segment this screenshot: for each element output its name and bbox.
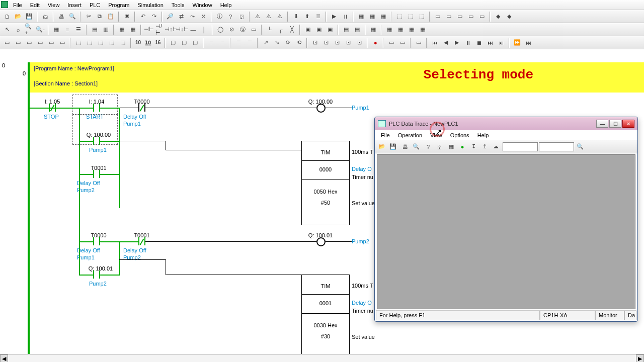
t5-icon[interactable]: ⊡ xyxy=(354,38,364,48)
r6-icon[interactable]: ▭ xyxy=(57,38,67,48)
child-menu-help[interactable]: Help xyxy=(474,131,492,139)
tbl3-icon[interactable]: ▦ xyxy=(395,25,406,35)
help-icon[interactable]: ? xyxy=(225,12,235,22)
transfer-from-icon[interactable]: ⬆ xyxy=(302,12,312,22)
grid-icon[interactable]: ▦ xyxy=(51,25,61,35)
tim-box-1[interactable]: TIM 0000 0050 Hex #50 xyxy=(301,141,350,225)
prev-icon[interactable]: ◀ xyxy=(441,38,451,48)
data-trace-window[interactable]: PLC Data Trace - NewPLC1 — ☐ ✕ File Oper… xyxy=(374,117,638,322)
new-icon[interactable]: 🗋 xyxy=(2,12,12,22)
maximize-button[interactable]: ☐ xyxy=(609,120,621,128)
findnext-icon[interactable]: ⤳ xyxy=(187,12,197,22)
s3-icon[interactable]: ▢ xyxy=(190,38,200,48)
info-icon[interactable]: ⓘ xyxy=(214,12,224,22)
coil-set-icon[interactable]: Ⓢ xyxy=(237,25,248,35)
zoom-in-icon[interactable]: 🔍+ xyxy=(24,25,34,35)
coil-inv-icon[interactable]: ⊘ xyxy=(226,25,236,35)
zoom-out-icon[interactable]: 🔍- xyxy=(35,25,45,35)
contact-no-icon[interactable]: ⊣⊢ xyxy=(144,25,154,35)
r10-icon[interactable]: ⬚ xyxy=(107,38,117,48)
r1-icon[interactable]: ▭ xyxy=(2,38,12,48)
print-icon[interactable]: 🖶 xyxy=(56,12,66,22)
tb-c-icon[interactable]: ▦ xyxy=(378,12,388,22)
s4-icon[interactable]: ≡ xyxy=(206,38,216,48)
menu-simulation[interactable]: Simulation xyxy=(133,1,167,9)
s11-icon[interactable]: ⟲ xyxy=(294,38,304,48)
tbl1-icon[interactable]: ▦ xyxy=(368,25,378,35)
u3-icon[interactable]: ▭ xyxy=(414,38,424,48)
s10-icon[interactable]: ⟳ xyxy=(283,38,293,48)
close-button[interactable]: ✕ xyxy=(622,120,634,128)
vline-icon[interactable]: │ xyxy=(199,25,209,35)
child-search-icon[interactable]: 🔍 xyxy=(575,142,585,152)
undo-icon[interactable]: ↶ xyxy=(138,12,148,22)
hline-icon[interactable]: — xyxy=(188,25,198,35)
child-config-icon[interactable]: ▦ xyxy=(446,142,456,152)
coil-pump1[interactable] xyxy=(316,104,326,113)
r7-icon[interactable]: ⬚ xyxy=(73,38,84,48)
r11-icon[interactable]: ⬚ xyxy=(118,38,128,48)
child-menu-operation[interactable]: Operation xyxy=(395,131,425,139)
child-menu-options[interactable]: Options xyxy=(447,131,472,139)
tb-d-icon[interactable]: ⬚ xyxy=(394,12,405,22)
net2-icon[interactable]: ▣ xyxy=(314,25,324,35)
r9-icon[interactable]: ⬚ xyxy=(96,38,106,48)
preview-icon[interactable]: 🔍 xyxy=(67,12,77,22)
pause2-icon[interactable]: ⏸ xyxy=(463,38,473,48)
run-icon[interactable]: ▶ xyxy=(329,12,339,22)
warn2-icon[interactable]: ⚠ xyxy=(264,12,274,22)
child-preview-icon[interactable]: 🔍 xyxy=(411,142,421,152)
t4-icon[interactable]: ⊡ xyxy=(343,38,353,48)
tbl4-icon[interactable]: ▦ xyxy=(407,25,417,35)
line-dn-icon[interactable]: ┌ xyxy=(276,25,286,35)
child-cursor2-icon[interactable]: ↥ xyxy=(479,142,490,152)
trace-canvas[interactable] xyxy=(377,154,635,309)
r5-icon[interactable]: ▭ xyxy=(46,38,56,48)
save-icon[interactable]: 💾 xyxy=(24,12,34,22)
warn3-icon[interactable]: ⚠ xyxy=(275,12,285,22)
coil-pump2[interactable] xyxy=(316,237,326,246)
menu-tools[interactable]: Tools xyxy=(168,1,189,9)
coil-icon[interactable]: ◯ xyxy=(215,25,225,35)
menu-help[interactable]: Help xyxy=(216,1,236,9)
s8-icon[interactable]: ↗ xyxy=(261,38,271,48)
s6-icon[interactable]: ≣ xyxy=(233,38,244,48)
h-scrollbar[interactable]: ◀ ▶ xyxy=(0,354,644,362)
menu-plc[interactable]: PLC xyxy=(86,1,104,9)
contact-p-icon[interactable]: ⊣↑⊢ xyxy=(166,25,176,35)
scroll-right-icon[interactable]: ▶ xyxy=(636,354,644,362)
child-menu-view[interactable]: View xyxy=(427,131,445,139)
menu-file[interactable]: File xyxy=(9,1,26,9)
tb-h-icon[interactable]: ▭ xyxy=(444,12,454,22)
ff-icon[interactable]: ⏩ xyxy=(512,38,522,48)
find-icon[interactable]: 🔎 xyxy=(165,12,175,22)
s7-icon[interactable]: ≣ xyxy=(245,38,255,48)
u2-icon[interactable]: ▭ xyxy=(397,38,408,48)
r8-icon[interactable]: ⬚ xyxy=(85,38,95,48)
radix-10s-icon[interactable]: 1̲0̲ xyxy=(143,38,152,48)
whatsthis-icon[interactable]: ⍰ xyxy=(236,12,247,22)
compare-icon[interactable]: ≣ xyxy=(313,12,323,22)
s9-icon[interactable]: ↘ xyxy=(272,38,282,48)
redo-icon[interactable]: ↷ xyxy=(149,12,159,22)
net1-icon[interactable]: ▣ xyxy=(303,25,313,35)
tb-m-icon[interactable]: ◆ xyxy=(504,12,514,22)
u1-icon[interactable]: ▭ xyxy=(386,38,396,48)
stop-icon[interactable]: ⏹ xyxy=(474,38,484,48)
findprev-icon[interactable]: ⤲ xyxy=(198,12,208,22)
net5-icon[interactable]: ▤ xyxy=(352,25,362,35)
view2-icon[interactable]: ▥ xyxy=(101,25,111,35)
first-icon[interactable]: ⏮ xyxy=(430,38,440,48)
contact-n-icon[interactable]: ⊣↓⊢ xyxy=(177,25,187,35)
child-cloud-icon[interactable]: ☁ xyxy=(491,142,501,152)
tb-a-icon[interactable]: ▦ xyxy=(356,12,366,22)
child-help-icon[interactable]: ? xyxy=(423,142,433,152)
radix-16-icon[interactable]: 16 xyxy=(153,38,162,48)
menu-view[interactable]: View xyxy=(44,1,64,9)
tbl2-icon[interactable]: ▦ xyxy=(384,25,394,35)
net4-icon[interactable]: ▤ xyxy=(341,25,351,35)
menu-edit[interactable]: Edit xyxy=(26,1,44,9)
tb-i-icon[interactable]: ▭ xyxy=(455,12,465,22)
paste-icon[interactable]: 📋 xyxy=(106,12,116,22)
copy-icon[interactable]: ⧉ xyxy=(95,12,105,22)
